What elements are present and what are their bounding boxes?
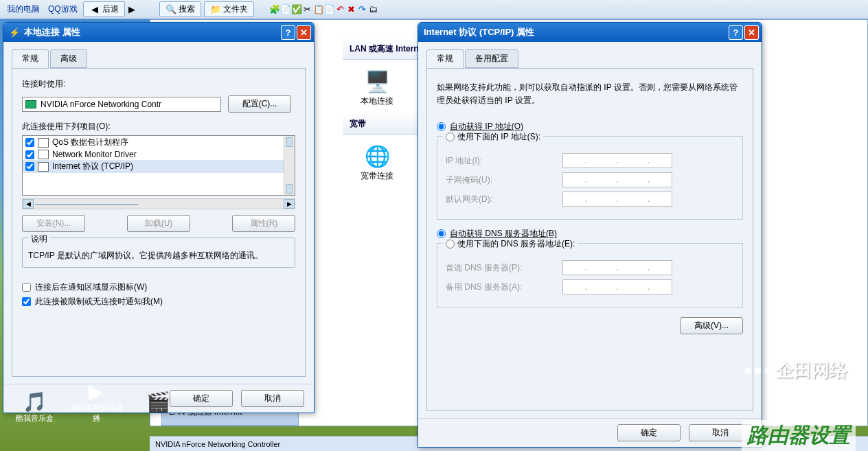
tb-icon-3[interactable]: ✅: [291, 4, 302, 15]
tab-general[interactable]: 常规: [12, 49, 49, 68]
win1-help-button[interactable]: ?: [281, 25, 295, 40]
auto-dns-radio[interactable]: [437, 229, 446, 238]
manual-ip-group: 使用下面的 IP 地址(S): IP 地址(I):... 子网掩码(U):...…: [437, 136, 743, 220]
win1-close-button[interactable]: ✕: [297, 25, 311, 40]
manual-dns-group: 使用下面的 DNS 服务器地址(E): 首选 DNS 服务器(P):... 备用…: [437, 243, 743, 308]
play-icon: ▶: [89, 380, 104, 403]
local-connection-item[interactable]: 🖥️ 本地连接: [343, 60, 411, 114]
back-icon: ◀: [89, 4, 100, 15]
scroll-thumb[interactable]: [35, 204, 138, 205]
win1-titlebar[interactable]: ⚡ 本地连接 属性 ? ✕: [3, 23, 314, 42]
show-icon-label: 连接后在通知区域显示图标(W): [35, 281, 147, 293]
horizontal-scrollbar[interactable]: ◀ ▶: [22, 198, 295, 209]
connection-items-list[interactable]: QoS 数据包计划程序 Network Monitor Driver Inter…: [22, 135, 295, 196]
win2-title: Internet 协议 (TCP/IP) 属性: [424, 26, 727, 38]
manual-dns-radio[interactable]: [446, 240, 455, 248]
copy-icon[interactable]: 📋: [313, 4, 324, 15]
info-text: 如果网络支持此功能，则可以获取自动指派的 IP 设置。否则，您需要从网络系统管理…: [437, 81, 743, 107]
tcpip-properties-dialog: Internet 协议 (TCP/IP) 属性 ? ✕ 常规 备用配置 如果网络…: [418, 22, 762, 448]
notify-limited-checkbox[interactable]: [22, 297, 31, 306]
desktop-icon-feng[interactable]: 🎬风: [130, 391, 185, 424]
install-button[interactable]: 安装(N)...: [22, 215, 85, 232]
tab-general-2[interactable]: 常规: [426, 49, 464, 68]
list-item-selected: Internet 协议 (TCP/IP): [23, 160, 295, 173]
win2-titlebar[interactable]: Internet 协议 (TCP/IP) 属性 ? ✕: [418, 23, 762, 42]
notify-limited-label: 此连接被限制或无连接时通知我(M): [35, 296, 163, 308]
connect-using-label: 连接时使用:: [22, 78, 295, 90]
auto-ip-radio[interactable]: [437, 122, 446, 131]
proto-icon: [38, 150, 49, 159]
watermark-brand: 企田网络: [744, 358, 847, 382]
item-checkbox[interactable]: [25, 150, 34, 159]
back-button[interactable]: ◀后退: [83, 1, 125, 17]
alternate-dns-input: ...: [562, 279, 672, 294]
undo-icon[interactable]: ↶: [335, 4, 346, 15]
description-group: 说明 TCP/IP 是默认的广域网协议。它提供跨越多种互联网络的通讯。: [22, 238, 295, 268]
manual-dns-label: 使用下面的 DNS 服务器地址(E):: [457, 238, 575, 250]
win2-tabs: 常规 备用配置: [426, 49, 753, 69]
desktop-icon-kuwo[interactable]: 🎵酷我音乐盒: [7, 391, 62, 424]
tb-icon-1[interactable]: 🧩: [269, 4, 280, 15]
show-icon-checkbox[interactable]: [22, 283, 31, 292]
uses-items-label: 此连接使用下列项目(O):: [22, 121, 295, 132]
music-icon: 🎵: [23, 391, 47, 413]
broadband-icon: 🌐: [363, 141, 391, 170]
scroll-right-icon[interactable]: ▶: [284, 199, 295, 209]
scroll-left-icon[interactable]: ◀: [23, 199, 34, 209]
cut-icon[interactable]: ✂: [302, 4, 313, 15]
item-checkbox[interactable]: [25, 162, 34, 171]
status-text: NVIDIA nForce Networking Controller: [155, 440, 280, 448]
win2-ok-button[interactable]: 确定: [617, 424, 681, 441]
folders-icon: 📁: [210, 4, 221, 15]
subnet-mask-label: 子网掩码(U):: [446, 174, 556, 186]
preferred-dns-label: 首选 DNS 服务器(P):: [446, 262, 556, 274]
tab-alt-config[interactable]: 备用配置: [465, 49, 518, 68]
adapter-field: NVIDIA nForce Networking Contr: [22, 97, 221, 112]
folders-button[interactable]: 📁文件夹: [204, 1, 254, 17]
win2-close-button[interactable]: ✕: [744, 25, 759, 40]
search-button[interactable]: 🔍搜索: [159, 1, 201, 17]
local-connection-label: 本地连接: [361, 95, 393, 107]
search-icon: 🔍: [165, 4, 176, 15]
explorer-toolbar: 我的电脑 QQ游戏 ◀后退 ▶ 🔍搜索 📁文件夹 🧩 📄 ✅ ✂ 📋 📄 ↶ ✖…: [0, 0, 868, 19]
subnet-mask-input: ...: [562, 172, 672, 187]
broadband-connection-label: 宽带连接: [361, 170, 393, 182]
proto-icon: [38, 138, 49, 148]
tb-icon-10[interactable]: 🗂: [368, 4, 379, 15]
tab-advanced[interactable]: 高级: [50, 49, 87, 68]
desktop-icon-video[interactable]: ▶最新免费影视展播: [69, 380, 124, 424]
ip-address-input: ...: [562, 153, 672, 168]
properties-button[interactable]: 属性(R): [232, 215, 295, 232]
configure-button[interactable]: 配置(C)...: [228, 95, 291, 113]
toolbar-item-qqgames[interactable]: QQ游戏: [44, 2, 82, 16]
preferred-dns-input: ...: [562, 260, 672, 275]
nic-icon: [25, 100, 36, 108]
uninstall-button[interactable]: 卸载(U): [127, 215, 190, 232]
win2-help-button[interactable]: ?: [729, 25, 743, 40]
gateway-label: 默认网关(D):: [446, 194, 556, 205]
watermark-router: 路由器设置: [742, 420, 856, 451]
list-item: QoS 数据包计划程序: [23, 136, 295, 149]
tb-icon-2[interactable]: 📄: [280, 4, 291, 15]
local-connection-properties-dialog: ⚡ 本地连接 属性 ? ✕ 常规 高级 连接时使用: NVIDIA nForce…: [3, 22, 315, 413]
adapter-name: NVIDIA nForce Networking Contr: [41, 100, 161, 109]
ip-address-label: IP 地址(I):: [446, 155, 556, 167]
broadband-connection-item[interactable]: 🌐 宽带连接: [343, 135, 411, 189]
manual-ip-label: 使用下面的 IP 地址(S):: [457, 131, 540, 143]
win1-tabs: 常规 高级: [12, 49, 306, 69]
description-legend: 说明: [28, 233, 50, 245]
vertical-scrollbar[interactable]: [284, 136, 295, 195]
paste-icon[interactable]: 📄: [324, 4, 335, 15]
advanced-button[interactable]: 高级(V)...: [680, 317, 743, 334]
gateway-input: ...: [562, 192, 672, 207]
tb-icon-9[interactable]: ↷: [357, 4, 368, 15]
item-checkbox[interactable]: [25, 138, 34, 147]
toolbar-item-mycomputer[interactable]: 我的电脑: [3, 2, 44, 16]
win1-cancel-button[interactable]: 取消: [241, 390, 304, 407]
alternate-dns-label: 备用 DNS 服务器(A):: [446, 281, 556, 293]
delete-icon[interactable]: ✖: [346, 4, 357, 15]
win1-title: 本地连接 属性: [24, 26, 279, 38]
forward-icon[interactable]: ▶: [126, 4, 137, 15]
manual-ip-radio[interactable]: [446, 132, 455, 141]
app-icon: 🎬: [146, 391, 170, 413]
